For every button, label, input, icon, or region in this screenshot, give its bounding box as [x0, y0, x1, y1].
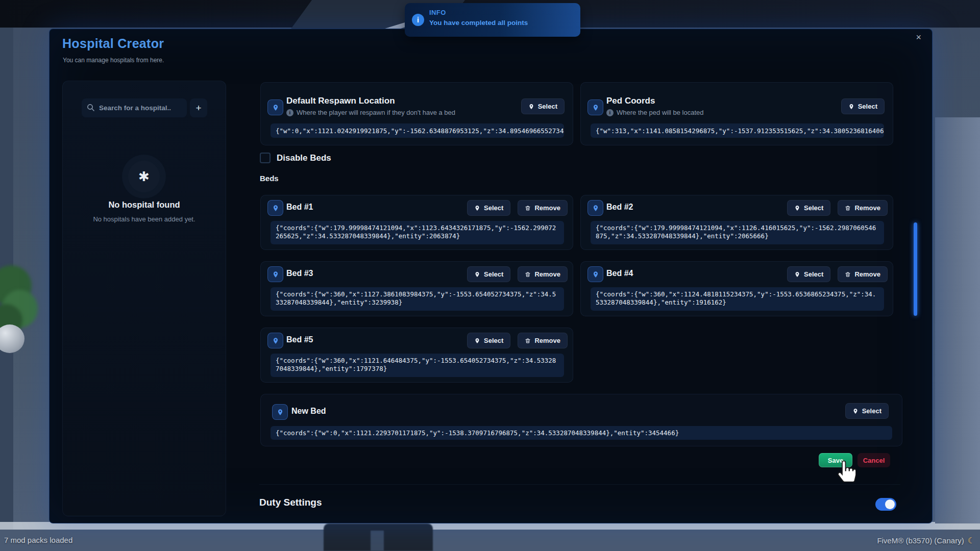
beds-heading: Beds [260, 174, 279, 183]
bed-card: Bed #4 Select Remove {"coords":{"w":360,… [580, 261, 893, 316]
bed-card: Bed #5 Select Remove {"coords":{"w":360,… [260, 328, 573, 383]
background-door-frame [935, 117, 980, 523]
empty-state-subtitle: No hospitals have been added yet. [85, 215, 203, 223]
statusbar-mod-packs: 7 mod packs loaded [4, 536, 72, 544]
bed-card: Bed #2 Select Remove {"coords":{"w":179.… [580, 195, 893, 250]
trash-icon [845, 271, 851, 278]
bed-title: Bed #2 [606, 203, 633, 212]
disable-beds-checkbox[interactable] [260, 153, 271, 163]
location-pin-icon [267, 200, 283, 216]
location-pin-icon [267, 266, 283, 282]
bed-coords-value: {"coords":{"w":360,"x":1124.481811523437… [591, 287, 884, 311]
select-respawn-button[interactable]: Select [521, 98, 565, 114]
location-pin-icon [528, 104, 534, 110]
remove-bed-button[interactable]: Remove [838, 200, 888, 216]
trash-icon [525, 338, 531, 344]
duty-settings-heading: Duty Settings [259, 497, 322, 508]
trash-icon [525, 271, 531, 278]
remove-bed-button[interactable]: Remove [518, 333, 568, 348]
new-bed-coords-value: {"coords":{"w":0,"x":1121.2293701171875,… [271, 426, 892, 440]
empty-state-title: No hospital found [63, 200, 226, 210]
screen: 7 mod packs loaded FiveM® (b3570) (Canar… [0, 0, 980, 551]
info-icon: i [412, 14, 424, 26]
editor-content: Default Respawn Location i Where the pla… [259, 80, 901, 515]
respawn-location-card: Default Respawn Location i Where the pla… [260, 82, 573, 145]
info-icon: i [606, 109, 614, 116]
bed-card: Bed #1 Select Remove {"coords":{"w":179.… [260, 195, 573, 250]
remove-bed-button[interactable]: Remove [518, 200, 568, 216]
bed-title: Bed #1 [286, 203, 313, 212]
background-vase [0, 324, 24, 353]
location-pin-icon [267, 333, 283, 348]
moon-icon: ☾ [968, 536, 975, 545]
page-title: Hospital Creator [62, 36, 164, 51]
card-title: Ped Coords [606, 96, 655, 106]
select-bed-button[interactable]: Select [467, 333, 510, 348]
select-new-bed-button[interactable]: Select [845, 403, 889, 419]
background-person-legs-gap [371, 531, 384, 551]
add-hospital-button[interactable]: + [190, 98, 207, 117]
section-divider [259, 484, 900, 485]
beds-grid: Bed #1 Select Remove {"coords":{"w":179.… [260, 195, 893, 383]
location-pin-icon [474, 271, 480, 278]
hospital-creator-modal: Hospital Creator You can manage hospital… [49, 29, 933, 523]
trash-icon [525, 205, 531, 211]
toggle-knob [885, 499, 895, 509]
notification-toast: i INFO You have completed all points [405, 3, 580, 37]
trash-icon [845, 205, 851, 211]
toast-title: INFO [429, 9, 446, 16]
cancel-button[interactable]: Cancel [857, 453, 890, 467]
select-bed-button[interactable]: Select [467, 266, 510, 282]
scrollbar-thumb[interactable] [914, 222, 917, 316]
page-subtitle: You can manage hospitals from here. [63, 57, 164, 64]
ped-coords-value: {"w":313,"x":1141.0858154296875,"y":-153… [591, 123, 884, 138]
location-pin-icon [267, 99, 283, 115]
location-pin-icon [852, 408, 859, 414]
bed-coords-value: {"coords":{"w":360,"x":1121.646484375,"y… [271, 354, 564, 377]
select-bed-button[interactable]: Select [787, 200, 830, 216]
select-ped-button[interactable]: Select [841, 98, 885, 114]
bed-title: Bed #3 [286, 269, 313, 278]
ped-coords-card: Ped Coords i Where the ped will be locat… [580, 82, 893, 145]
location-pin-icon [587, 266, 603, 282]
bed-coords-value: {"coords":{"w":179.99998474121094,"x":11… [271, 221, 564, 244]
card-title: Default Respawn Location [286, 96, 395, 106]
card-description: i Where the player will respawn if they … [286, 109, 455, 116]
location-pin-icon [587, 200, 603, 216]
bed-coords-value: {"coords":{"w":179.99998474121094,"x":11… [591, 221, 884, 244]
duty-toggle[interactable] [875, 498, 896, 511]
bed-title: Bed #5 [286, 335, 313, 344]
bed-card: Bed #3 Select Remove {"coords":{"w":360,… [260, 261, 573, 316]
background-floor [0, 530, 980, 551]
plus-icon: + [195, 103, 201, 114]
disable-beds-label: Disable Beds [277, 153, 331, 163]
bed-coords-value: {"coords":{"w":360,"x":1127.386108398437… [271, 287, 564, 311]
close-icon[interactable]: × [916, 32, 921, 43]
search-input[interactable] [82, 98, 187, 117]
select-bed-button[interactable]: Select [467, 200, 510, 216]
location-pin-icon [474, 338, 480, 344]
remove-bed-button[interactable]: Remove [518, 266, 568, 282]
location-pin-icon [272, 404, 288, 420]
location-pin-icon [474, 205, 480, 211]
search-icon [87, 104, 95, 112]
location-pin-icon [794, 205, 800, 211]
location-pin-icon [587, 99, 603, 115]
location-pin-icon [794, 271, 800, 278]
hospital-list-sidebar: + ✱ No hospital found No hospitals have … [62, 81, 226, 516]
bed-title: Bed #4 [606, 269, 633, 278]
remove-bed-button[interactable]: Remove [838, 266, 888, 282]
save-button[interactable]: Save [819, 453, 852, 467]
new-bed-card: New Bed Select {"coords":{"w":0,"x":1121… [260, 394, 902, 446]
toast-message: You have completed all points [429, 19, 528, 27]
statusbar-build-info: FiveM® (b3570) (Canary) ☾ [877, 536, 975, 545]
location-pin-icon [848, 104, 854, 110]
asterisk-icon: ✱ [128, 161, 160, 192]
build-label: FiveM® (b3570) (Canary) [877, 536, 964, 545]
card-description: i Where the ped will be located [606, 109, 704, 116]
select-bed-button[interactable]: Select [787, 266, 830, 282]
respawn-coords-value: {"w":0,"x":1121.0242919921875,"y":-1562.… [271, 123, 564, 138]
info-icon: i [286, 109, 293, 116]
new-bed-title: New Bed [291, 407, 326, 416]
